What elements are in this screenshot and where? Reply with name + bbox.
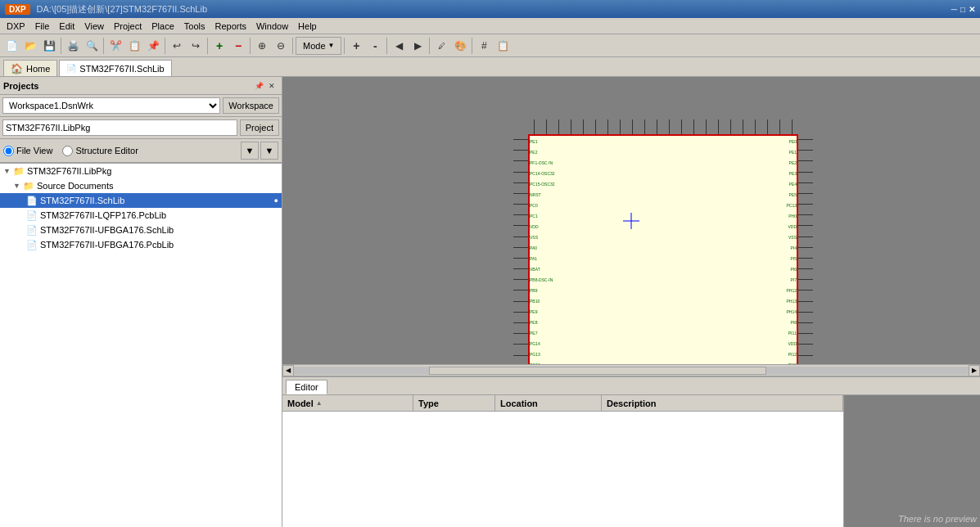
tab-editor[interactable]: Editor bbox=[286, 380, 327, 394]
menu-dxp[interactable]: DXP bbox=[2, 20, 30, 33]
tree-source-docs[interactable]: ▼ 📁 Source Documents bbox=[0, 178, 282, 193]
maximize-btn[interactable]: □ bbox=[960, 5, 965, 14]
print-btn[interactable]: 🖨️ bbox=[64, 37, 82, 55]
open-btn[interactable]: 📂 bbox=[21, 37, 39, 55]
scroll-track[interactable] bbox=[294, 367, 969, 375]
schematic-view[interactable]: PE1 PE2 PF1-OSC IN PC14-OSC32 PC15-OSC32… bbox=[282, 77, 980, 364]
tree-schlib[interactable]: 📄 STM32F767II.SchLib ● bbox=[0, 193, 282, 208]
panel-close-btn[interactable]: ✕ bbox=[265, 79, 278, 92]
lpin-8: PC1 bbox=[530, 214, 628, 218]
pin-t-1 bbox=[534, 119, 535, 134]
menu-tools[interactable]: Tools bbox=[179, 20, 210, 33]
structure-editor-radio[interactable] bbox=[62, 146, 73, 156]
project-btn[interactable]: Project bbox=[240, 119, 279, 136]
remove-btn[interactable]: − bbox=[229, 37, 247, 55]
bottom-table: Model ▲ Type Location Description bbox=[282, 395, 843, 527]
zoom-minus-btn[interactable]: - bbox=[366, 37, 384, 55]
pin-l-20 bbox=[513, 344, 528, 345]
highlight-btn[interactable]: 🖊 bbox=[432, 37, 450, 55]
col-location[interactable]: Location bbox=[495, 395, 602, 411]
undo-btn[interactable]: ↩ bbox=[168, 37, 186, 55]
pcblib-lqfp-icon: 📄 bbox=[26, 210, 38, 221]
docs-btn[interactable]: 📋 bbox=[494, 37, 512, 55]
nav-fwd-btn[interactable]: ▶ bbox=[409, 37, 427, 55]
redo-btn[interactable]: ↪ bbox=[187, 37, 205, 55]
tab-home[interactable]: 🏠 Home bbox=[3, 60, 57, 76]
add-btn[interactable]: + bbox=[210, 37, 228, 55]
col-description[interactable]: Description bbox=[602, 395, 843, 411]
col-model[interactable]: Model ▲ bbox=[282, 395, 413, 411]
pin-r-4 bbox=[798, 172, 813, 173]
rpin-22: PI15 bbox=[788, 363, 797, 365]
zoom-in-btn[interactable]: ⊕ bbox=[253, 37, 271, 55]
menu-place[interactable]: Place bbox=[147, 20, 179, 33]
tree-root-label: STM32F767II.LibPkg bbox=[27, 166, 111, 176]
zoom-plus-btn[interactable]: + bbox=[347, 37, 365, 55]
color-btn[interactable]: 🎨 bbox=[451, 37, 469, 55]
tree-root[interactable]: ▼ 📁 STM32F767II.LibPkg bbox=[0, 164, 282, 178]
pin-r-19 bbox=[798, 333, 813, 334]
bottom-tabs: Editor bbox=[282, 377, 980, 395]
tree-pcblib-lqfp-label: STM32F767II-LQFP176.PcbLib bbox=[40, 210, 166, 220]
file-view-label[interactable]: File View bbox=[3, 146, 52, 156]
pin-button[interactable]: 📌 bbox=[252, 79, 265, 92]
zoom-out-btn[interactable]: ⊖ bbox=[272, 37, 290, 55]
pin-t-16 bbox=[718, 119, 719, 134]
pin-r-5 bbox=[798, 182, 813, 183]
mode-button[interactable]: Mode ▼ bbox=[296, 37, 341, 55]
scroll-left-btn[interactable]: ◀ bbox=[282, 365, 294, 376]
menu-reports[interactable]: Reports bbox=[210, 20, 251, 33]
tab-schlib[interactable]: 📄 STM32F767II.SchLib bbox=[59, 60, 171, 76]
separator-1 bbox=[61, 38, 61, 54]
tab-schlib-label: STM32F767II.SchLib bbox=[79, 64, 164, 74]
dxp-logo[interactable]: DXP bbox=[5, 4, 30, 15]
lpin-5: PC15-OSC32 bbox=[530, 182, 628, 187]
scroll-thumb[interactable] bbox=[429, 367, 766, 375]
view-action-2[interactable]: ▼ bbox=[260, 142, 278, 160]
pin-l-11 bbox=[513, 247, 528, 248]
col-type[interactable]: Type bbox=[413, 395, 495, 411]
scroll-right-btn[interactable]: ▶ bbox=[969, 365, 980, 376]
pin-l-6 bbox=[513, 193, 528, 194]
file-view-radio[interactable] bbox=[3, 146, 14, 156]
workspace-select[interactable]: Workspace1.DsnWrk bbox=[2, 97, 220, 114]
rpin-11: PI4 bbox=[790, 245, 797, 250]
menu-view[interactable]: View bbox=[79, 20, 109, 33]
rpin-18: PI8 bbox=[790, 320, 797, 325]
rpin-16: PH13 bbox=[786, 299, 797, 304]
paste-btn[interactable]: 📌 bbox=[144, 37, 162, 55]
menu-window[interactable]: Window bbox=[251, 20, 293, 33]
menu-edit[interactable]: Edit bbox=[54, 20, 79, 33]
tree-schlib-ufbga[interactable]: 📄 STM32F767II-UFBGA176.SchLib bbox=[0, 223, 282, 237]
grid-btn[interactable]: # bbox=[475, 37, 493, 55]
structure-editor-label[interactable]: Structure Editor bbox=[62, 146, 138, 156]
h-scroll[interactable]: ◀ ▶ bbox=[282, 364, 980, 376]
menu-help[interactable]: Help bbox=[293, 20, 322, 33]
tree-pcblib-lqfp[interactable]: 📄 STM32F767II-LQFP176.PcbLib bbox=[0, 208, 282, 223]
new-btn[interactable]: 📄 bbox=[2, 37, 20, 55]
close-btn[interactable]: ✕ bbox=[969, 5, 975, 14]
lpin-22: PG12 bbox=[530, 363, 628, 365]
nav-back-btn[interactable]: ◀ bbox=[390, 37, 408, 55]
pin-l-12 bbox=[513, 258, 528, 259]
menu-file[interactable]: File bbox=[30, 20, 55, 33]
workspace-btn[interactable]: Workspace bbox=[223, 97, 279, 114]
pin-l-14 bbox=[513, 279, 528, 280]
copy-btn[interactable]: 📋 bbox=[125, 37, 143, 55]
minimize-btn[interactable]: ─ bbox=[951, 5, 957, 14]
save-btn[interactable]: 💾 bbox=[40, 37, 58, 55]
pin-l-16 bbox=[513, 301, 528, 302]
pin-labels-left-inner: PE1 PE2 PF1-OSC IN PC14-OSC32 PC15-OSC32… bbox=[530, 136, 628, 364]
pin-t-14 bbox=[693, 119, 694, 134]
cut-btn[interactable]: ✂️ bbox=[106, 37, 124, 55]
tree-pcblib-ufbga[interactable]: 📄 STM32F767II-UFBGA176.PcbLib bbox=[0, 237, 282, 252]
view-action-1[interactable]: ▼ bbox=[241, 142, 259, 160]
tree-schlib-label: STM32F767II.SchLib bbox=[40, 196, 124, 205]
pin-l-2 bbox=[513, 150, 528, 151]
lpin-21: PG13 bbox=[530, 352, 628, 357]
project-input[interactable] bbox=[2, 119, 237, 136]
table-rows-area bbox=[282, 412, 843, 510]
preview-print-btn[interactable]: 🔍 bbox=[83, 37, 101, 55]
no-preview-text: There is no preview bbox=[898, 514, 977, 524]
menu-project[interactable]: Project bbox=[109, 20, 147, 33]
